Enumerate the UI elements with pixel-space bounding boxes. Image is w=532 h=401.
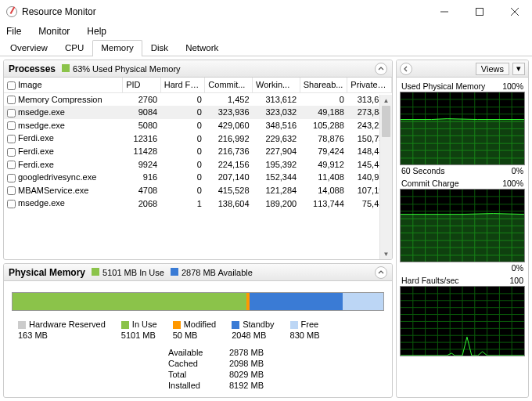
col-image: Image [4,78,123,92]
graphs-header: Views ▾ [397,60,528,78]
graph-commit-charge: Commit Charge100% 0% [400,178,525,273]
memory-legend: Hardware Reserved163 MB In Use5101 MB Mo… [12,319,384,341]
table-row[interactable]: MBAMService.exe47080415,528121,28414,088… [4,184,392,197]
close-button[interactable] [497,0,532,23]
graph-line [401,92,524,165]
menu-help[interactable]: Help [84,24,110,38]
tab-overview[interactable]: Overview [2,40,56,56]
maximize-button[interactable] [462,0,497,23]
collapse-icon[interactable] [375,266,387,279]
tabs: Overview CPU Memory Disk Network [0,39,532,56]
membar-standby [250,293,343,310]
svg-rect-1 [476,9,483,16]
views-button[interactable]: Views [476,63,509,75]
menubar: File Monitor Help [0,23,532,39]
tab-memory[interactable]: Memory [92,40,142,56]
tab-disk[interactable]: Disk [142,40,177,56]
app-icon [6,6,17,17]
processes-scrollbar[interactable]: ▲ ▼ [379,95,392,259]
row-checkbox[interactable] [7,135,16,143]
table-row[interactable]: Ferdi.exe114280216,736227,90479,424148,4… [4,145,392,158]
col-commit[interactable]: Commit... [205,78,253,92]
graph-used-physical-memory: Used Physical Memory100% 60 Seconds0% [400,81,525,176]
col-shareable[interactable]: Shareab... [300,78,347,92]
processes-table[interactable]: Image PID Hard Fa... Commit... Workin...… [4,78,392,259]
collapse-icon[interactable] [375,63,387,75]
table-row[interactable]: googledrivesync.exe9160207,140152,34411,… [4,171,392,184]
row-checkbox[interactable] [7,186,16,195]
row-checkbox[interactable] [7,161,16,169]
physical-memory-header[interactable]: Physical Memory 5101 MB In Use 2878 MB A… [4,264,392,281]
scroll-down-icon[interactable]: ▼ [380,248,392,259]
scroll-up-icon[interactable]: ▲ [380,95,392,106]
row-checkbox[interactable] [7,121,16,130]
svg-marker-41 [401,214,524,262]
row-checkbox[interactable] [7,148,16,157]
menu-monitor[interactable]: Monitor [35,24,73,38]
membar-inuse [13,293,246,310]
membar-free [343,293,383,310]
table-row[interactable]: msedge.exe20681138,604189,200113,74475,4… [4,197,392,210]
row-checkbox[interactable] [7,109,16,117]
views-dropdown-icon[interactable]: ▾ [512,63,525,75]
table-row[interactable]: msedge.exe90840323,936323,03249,188273,8… [4,106,392,119]
physical-memory-panel: Physical Memory 5101 MB In Use 2878 MB A… [3,263,393,398]
titlebar: Resource Monitor [0,0,532,23]
row-checkbox[interactable] [7,96,16,104]
table-row[interactable]: Memory Compression276001,452313,6120313,… [4,92,392,106]
menu-file[interactable]: File [3,24,24,38]
table-row[interactable]: msedge.exe50800429,060348,516105,288243,… [4,119,392,132]
select-all-checkbox[interactable] [7,81,16,90]
minimize-button[interactable] [426,0,462,23]
col-pid[interactable]: PID [123,78,161,92]
window-title: Resource Monitor [22,6,426,17]
physical-memory-title: Physical Memory [9,267,85,278]
svg-marker-22 [401,119,524,165]
row-checkbox[interactable] [7,200,16,208]
expand-icon[interactable] [400,63,412,75]
col-private[interactable]: Private (... [347,78,392,92]
col-hardfaults[interactable]: Hard Fa... [160,78,205,92]
processes-header[interactable]: Processes 63% Used Physical Memory [4,60,392,78]
col-working[interactable]: Workin... [253,78,300,92]
tab-cpu[interactable]: CPU [56,40,92,56]
scroll-thumb[interactable] [382,106,390,137]
graphs-panel: Views ▾ Used Physical Memory100% [396,60,529,398]
row-checkbox[interactable] [7,174,16,182]
table-row[interactable]: Ferdi.exe99240224,156195,39249,912145,48… [4,158,392,172]
memory-stats: Available2878 MB Cached2098 MB Total8029… [168,348,384,390]
table-row[interactable]: Ferdi.exe123160216,992229,63278,876150,7… [4,132,392,145]
tab-network[interactable]: Network [177,40,227,56]
processes-panel: Processes 63% Used Physical Memory Image… [3,60,393,260]
graph-hard-faults: Hard Faults/sec100 [400,275,525,356]
memory-bar [12,292,384,311]
processes-title: Processes [9,63,56,74]
